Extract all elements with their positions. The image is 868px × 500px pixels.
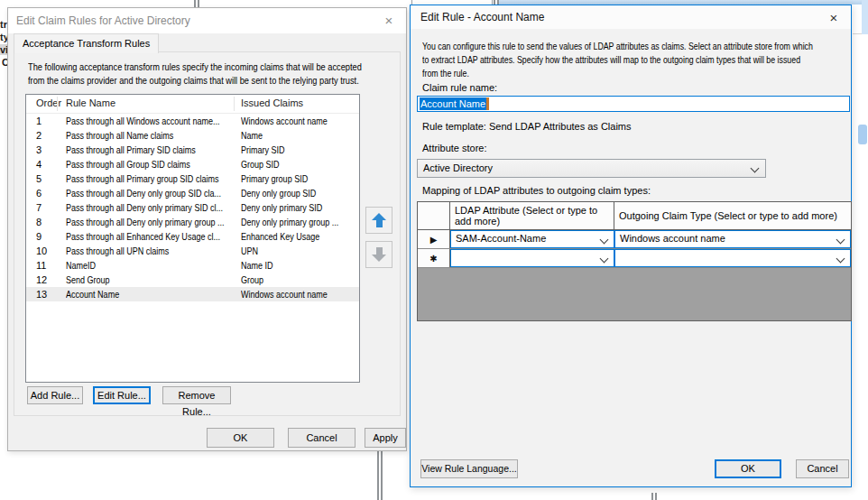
rule-order: 1: [36, 114, 42, 128]
claim-rule-row[interactable]: 1Pass through all Windows account name..…: [26, 114, 359, 128]
grid-empty-area: [418, 268, 851, 320]
close-icon[interactable]: ×: [820, 6, 847, 28]
chevron-down-icon: [600, 255, 609, 264]
combo-value: Windows account name: [620, 233, 725, 244]
description-line: from the rule.: [422, 67, 469, 80]
rule-order: 11: [36, 258, 46, 273]
rule-order: 2: [36, 128, 42, 143]
claim-rule-row[interactable]: 5Pass through all Primary group SID clai…: [26, 171, 359, 186]
close-icon[interactable]: ×: [375, 9, 402, 31]
add-rule-button[interactable]: Add Rule...: [27, 386, 83, 404]
chevron-down-icon: [751, 164, 760, 173]
rule-order: 4: [36, 157, 42, 171]
rule-order: 13: [36, 287, 47, 301]
background-divider: [198, 0, 199, 7]
claim-rule-row[interactable]: 8Pass through all Deny only primary grou…: [26, 215, 359, 229]
mapping-grid[interactable]: LDAP Attribute (Select or type to add mo…: [417, 201, 852, 321]
attribute-store-label: Attribute store:: [422, 143, 487, 153]
column-divider: [57, 97, 58, 111]
claim-rule-row[interactable]: 10Pass through all UPN claimsUPN: [26, 244, 359, 258]
claim-rule-row[interactable]: 2Pass through all Name claimsName: [26, 128, 359, 143]
claim-rule-row[interactable]: 9Pass through all Enhanced Key Usage cl.…: [26, 229, 359, 244]
claim-rule-row[interactable]: 7Pass through all Deny only primary SID …: [26, 200, 359, 215]
grid-cell: SAM-Account-Name: [450, 230, 614, 248]
description-line: from the claims provider and the outgoin…: [28, 74, 359, 88]
cancel-button[interactable]: Cancel: [288, 428, 356, 448]
ldap-attribute-combo[interactable]: [450, 249, 614, 267]
claim-rule-row[interactable]: 12Send GroupGroup: [26, 273, 359, 287]
remove-rule-button[interactable]: Remove Rule...: [162, 386, 231, 404]
title-bar[interactable]: Edit Claim Rules for Active Directory ×: [8, 8, 406, 33]
list-header: Order Rule Name Issued Claims: [26, 95, 359, 114]
up-arrow-icon: [372, 213, 386, 220]
description-line: The following acceptance transform rules…: [28, 60, 362, 74]
background-divider: [194, 0, 196, 7]
edit-rule-dialog: Edit Rule - Account Name × You can confi…: [410, 5, 852, 487]
mapping-row: ✱: [418, 249, 851, 268]
new-row-marker: ✱: [418, 249, 450, 267]
claim-rule-row[interactable]: 13Account NameWindows account name: [26, 287, 359, 301]
description-line: to extract LDAP attributes. Specify how …: [422, 53, 800, 67]
ok-button[interactable]: OK: [207, 428, 274, 448]
ok-button[interactable]: OK: [715, 459, 781, 478]
up-arrow-icon: [376, 220, 383, 227]
ldap-attribute-combo[interactable]: SAM-Account-Name: [450, 230, 614, 248]
mapping-label: Mapping of LDAP attributes to outgoing c…: [422, 185, 651, 196]
rule-order: 8: [36, 215, 42, 229]
current-row-marker: ▶: [418, 230, 450, 248]
column-divider: [234, 97, 235, 111]
column-header-rule-name[interactable]: Rule Name: [66, 97, 115, 108]
claim-rule-row[interactable]: 11NameIDName ID: [26, 258, 359, 273]
attribute-store-value: Active Directory: [423, 162, 493, 173]
rule-order: 5: [36, 171, 42, 186]
description-line: You can configure this rule to send the …: [422, 40, 813, 53]
move-down-button[interactable]: [365, 241, 392, 268]
grid-column-ldap-attribute: LDAP Attribute (Select or type to add mo…: [450, 202, 614, 229]
background-divider: [655, 493, 657, 500]
dialog-description: The following acceptance transform rules…: [28, 60, 425, 88]
edit-rule-button[interactable]: Edit Rule...: [93, 386, 151, 404]
grid-column-outgoing-claim-type: Outgoing Claim Type (Select or type to a…: [614, 202, 851, 229]
text-caret: [486, 97, 489, 110]
rule-order: 7: [36, 200, 42, 215]
attribute-store-select[interactable]: Active Directory: [417, 159, 766, 178]
apply-button[interactable]: Apply: [365, 428, 406, 448]
claim-rule-name-input[interactable]: Account Name: [417, 96, 850, 112]
view-rule-language-button[interactable]: View Rule Language...: [420, 459, 518, 478]
background-scrollbar-thumb: [858, 125, 867, 144]
grid-cell: [614, 249, 851, 267]
column-header-issued-claims[interactable]: Issued Claims: [241, 97, 303, 108]
dialog-description: You can configure this rule to send the …: [422, 40, 868, 80]
grid-header-row: LDAP Attribute (Select or type to add mo…: [418, 202, 851, 230]
rule-order: 6: [36, 186, 42, 200]
claim-rule-name-label: Claim rule name:: [422, 82, 497, 93]
rule-order: 12: [36, 273, 47, 287]
claim-rule-row[interactable]: 6Pass through all Deny only group SID cl…: [26, 186, 359, 200]
mapping-grid-rows: ▶SAM-Account-NameWindows account name✱: [418, 230, 851, 268]
claim-rules-list[interactable]: Order Rule Name Issued Claims 1Pass thro…: [25, 94, 360, 383]
tab-acceptance-transform-rules[interactable]: Acceptance Transform Rules: [14, 33, 159, 53]
move-up-button[interactable]: [365, 207, 392, 234]
selected-text: Account Name: [420, 97, 486, 110]
cancel-button[interactable]: Cancel: [796, 459, 849, 478]
claim-rules-list-body: 1Pass through all Windows account name..…: [26, 114, 359, 301]
row-header-corner: [418, 202, 450, 229]
outgoing-claim-type-combo[interactable]: Windows account name: [614, 230, 851, 248]
background-divider: [381, 451, 383, 500]
claim-rule-row[interactable]: 4Pass through all Group SID claimsGroup …: [26, 157, 359, 171]
rule-order: 3: [36, 143, 42, 157]
grid-cell: [450, 249, 614, 267]
desktop: tr ty vic C Edit Claim Rules for Active …: [0, 0, 868, 500]
rule-order: 10: [36, 244, 47, 258]
claim-rule-row[interactable]: 3Pass through all Primary SID claimsPrim…: [26, 143, 359, 157]
title-bar[interactable]: Edit Rule - Account Name ×: [411, 5, 851, 29]
dialog-title: Edit Claim Rules for Active Directory: [16, 8, 190, 33]
chevron-down-icon: [600, 236, 609, 245]
chevron-down-icon: [836, 255, 845, 264]
background-scrollbar-fragment: [862, 0, 868, 34]
outgoing-claim-type-combo[interactable]: [614, 249, 851, 267]
mapping-row: ▶SAM-Account-NameWindows account name: [418, 230, 851, 249]
background-divider: [651, 493, 653, 500]
background-divider: [377, 451, 379, 500]
down-arrow-icon: [372, 255, 386, 262]
